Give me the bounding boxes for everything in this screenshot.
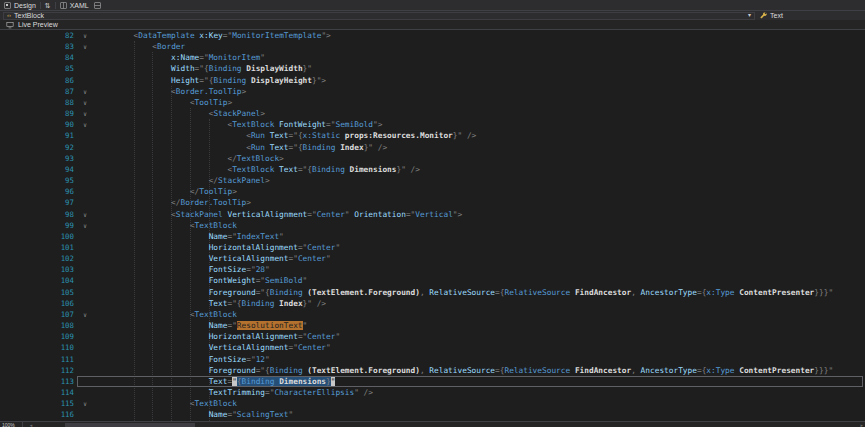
design-tab-label[interactable]: Design: [14, 2, 36, 9]
zoom-level[interactable]: 100%: [2, 422, 15, 427]
code-text: VerticalAlignment="Center": [96, 342, 865, 353]
code-line[interactable]: 109 HorizontalAlignment="Center": [0, 331, 865, 342]
code-text: Foreground="{Binding (TextElement.Foregr…: [96, 287, 865, 298]
code-line[interactable]: 98∨ <StackPanel VerticalAlignment="Cente…: [0, 209, 865, 220]
code-token: ": [279, 232, 284, 241]
code-line[interactable]: 100 Name="IndexText": [0, 231, 865, 242]
fold-collapse-icon[interactable]: ∨: [74, 309, 96, 320]
fold-collapse-icon[interactable]: ∨: [74, 398, 96, 409]
editor-status-strip: 100% ◂ ▸: [0, 421, 865, 427]
code-line[interactable]: 108 Name="ResolutionText": [0, 320, 865, 331]
code-token: FontWeight: [209, 276, 256, 285]
code-token: FontSize: [209, 355, 247, 364]
code-line[interactable]: 88∨ <ToolTip>: [0, 97, 865, 108]
fold-collapse-icon[interactable]: ∨: [74, 41, 96, 52]
code-token: {: [237, 377, 242, 386]
fold-collapse-icon[interactable]: ∨: [74, 97, 96, 108]
line-number: 97: [0, 197, 74, 208]
code-line[interactable]: 83∨ <Border: [0, 41, 865, 52]
code-line[interactable]: 114 TextTrimming="CharacterEllipsis" />: [0, 387, 865, 398]
code-token: ": [335, 243, 340, 252]
code-line[interactable]: 106 Text="{Binding Index}" />: [0, 298, 865, 309]
code-line[interactable]: 107∨ <TextBlock: [0, 309, 865, 320]
code-token: ,: [631, 366, 640, 375]
code-token: SemiBold: [335, 120, 373, 129]
code-editor[interactable]: 82∨ <DataTemplate x:Key="MonitorItemTemp…: [0, 30, 865, 421]
fold-collapse-icon[interactable]: ∨: [74, 108, 96, 119]
code-token: ="{: [289, 131, 303, 140]
code-line[interactable]: 110 VerticalAlignment="Center": [0, 342, 865, 353]
fold-collapse-icon[interactable]: ∨: [74, 220, 96, 231]
code-line[interactable]: 85 Width="{Binding DisplayWidth}": [0, 63, 865, 74]
code-line[interactable]: 93 </TextBlock>: [0, 153, 865, 164]
code-line[interactable]: 102 VerticalAlignment="Center": [0, 253, 865, 264]
swap-panes-icon[interactable]: ⇅: [45, 1, 51, 10]
code-line[interactable]: 116 Name="ScalingText": [0, 409, 865, 420]
split-orientation-icon[interactable]: [94, 2, 101, 9]
code-line[interactable]: 90∨ <TextBlock FontWeight="SemiBold">: [0, 119, 865, 130]
code-token: </: [171, 198, 180, 207]
code-token: TextBlock: [237, 154, 279, 163]
code-line[interactable]: 96 </ToolTip>: [0, 186, 865, 197]
code-token: ="{: [256, 288, 270, 297]
code-line[interactable]: 111 FontSize="12": [0, 354, 865, 365]
code-line[interactable]: 86 Height="{Binding DisplayHeight}">: [0, 75, 865, 86]
horizontal-scrollbar[interactable]: [35, 423, 857, 427]
code-line[interactable]: 101 HorizontalAlignment="Center": [0, 242, 865, 253]
code-line[interactable]: 97 </Border.ToolTip>: [0, 197, 865, 208]
code-token: StackPanel: [176, 210, 223, 219]
code-token: =": [298, 332, 307, 341]
code-token: Text: [279, 165, 298, 174]
code-line[interactable]: 103 FontSize="28": [0, 264, 865, 275]
scrollbar-thumb[interactable]: [65, 423, 195, 427]
hscroll-left-arrow[interactable]: ◂: [30, 422, 33, 427]
code-line[interactable]: 112 Foreground="{Binding (TextElement.Fo…: [0, 365, 865, 376]
code-token: MonitorItem: [209, 53, 261, 62]
code-text: <StackPanel VerticalAlignment="Center" O…: [96, 209, 865, 220]
chevron-down-icon[interactable]: ▾: [748, 12, 751, 19]
code-line[interactable]: 92 <Run Text="{Binding Index}" />: [0, 142, 865, 153]
code-line[interactable]: 104 FontWeight="SemiBold": [0, 275, 865, 286]
fold-collapse-icon[interactable]: ∨: [74, 209, 96, 220]
fold-collapse-icon[interactable]: ∨: [74, 30, 96, 41]
code-token: ="{: [289, 143, 303, 152]
xaml-tab-label[interactable]: XAML: [70, 2, 89, 9]
code-line[interactable]: 94 <TextBlock Text="{Binding Dimensions}…: [0, 164, 865, 175]
code-line[interactable]: 95 </StackPanel>: [0, 175, 865, 186]
code-text: Height="{Binding DisplayHeight}">: [96, 75, 865, 86]
fold-gutter: [74, 75, 96, 86]
code-line[interactable]: 115∨ <TextBlock: [0, 398, 865, 409]
fold-collapse-icon[interactable]: ∨: [74, 119, 96, 130]
property-label[interactable]: Text: [770, 12, 783, 19]
fold-gutter: [74, 142, 96, 153]
code-token: x:Type: [706, 288, 739, 297]
live-preview-label[interactable]: Live Preview: [18, 21, 58, 28]
code-line[interactable]: 105 Foreground="{Binding (TextElement.Fo…: [0, 287, 865, 298]
status-separator: [22, 421, 23, 427]
line-number: 82: [0, 30, 74, 41]
code-line[interactable]: 91 <Run Text="{x:Static props:Resources.…: [0, 130, 865, 141]
code-token: ToolTip: [199, 187, 232, 196]
code-line[interactable]: 89∨ <StackPanel>: [0, 108, 865, 119]
xaml-navigation-bar: ‹› TextBlock ▾ Text: [0, 11, 865, 20]
code-line[interactable]: 113 Text="{Binding Dimensions}": [0, 376, 865, 387]
code-line[interactable]: 99∨ <TextBlock: [0, 220, 865, 231]
code-token: FindAncestor: [575, 288, 631, 297]
code-text: <TextBlock: [96, 398, 865, 409]
code-line[interactable]: 84 x:Name="MonitorItem": [0, 52, 865, 63]
fold-gutter: [74, 242, 96, 253]
line-number: 112: [0, 365, 74, 376]
hscroll-right-arrow[interactable]: ▸: [860, 422, 863, 427]
fold-collapse-icon[interactable]: ∨: [74, 86, 96, 97]
code-token: FontWeight: [279, 120, 326, 129]
line-number: 83: [0, 41, 74, 52]
element-breadcrumb-combobox[interactable]: ‹› TextBlock ▾: [3, 12, 755, 20]
code-line[interactable]: 82∨ <DataTemplate x:Key="MonitorItemTemp…: [0, 30, 865, 41]
line-number: 84: [0, 52, 74, 63]
code-token: ": [331, 377, 336, 386]
line-number: 103: [0, 264, 74, 275]
line-number: 93: [0, 153, 74, 164]
code-text: Foreground="{Binding (TextElement.Foregr…: [96, 365, 865, 376]
code-line[interactable]: 87∨ <Border.ToolTip>: [0, 86, 865, 97]
line-number: 100: [0, 231, 74, 242]
